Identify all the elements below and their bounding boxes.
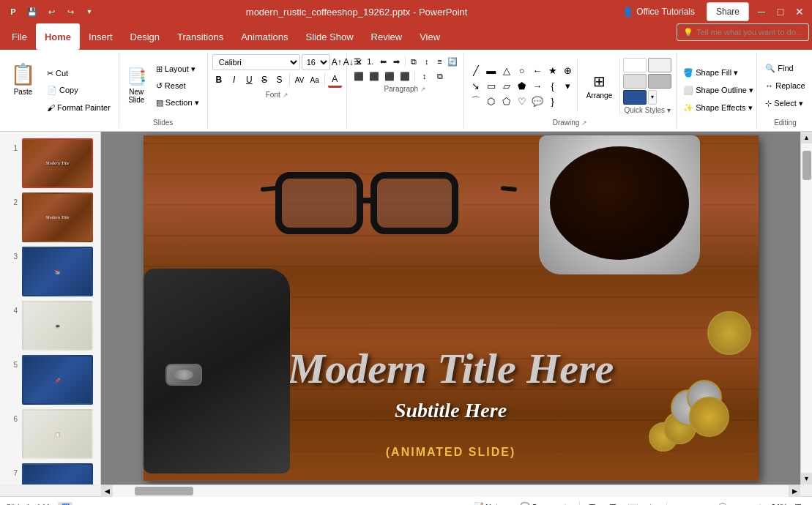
numbering-button[interactable]: 1. [364,54,376,69]
change-case-button[interactable]: Aa [308,72,321,88]
shape-fill-button[interactable]: 🪣 Shape Fill ▾ [679,65,753,81]
zoom-thumb[interactable] [718,503,727,506]
line-shape[interactable]: ╱ [469,63,483,78]
format-painter-button[interactable]: 🖌 Format Painter [43,100,114,116]
justify-button[interactable]: ⬛ [398,69,412,83]
replace-button[interactable]: ↔ Replace [761,78,808,94]
layout-button[interactable]: ⊞ Layout ▾ [152,61,203,77]
text-shadow-button[interactable]: S [272,72,286,88]
heart-shape[interactable]: ♡ [515,94,529,108]
slide-thumb-3[interactable]: 3 📚 [7,247,93,296]
callout-shape[interactable]: 💬 [530,94,545,108]
star-shape[interactable]: ★ [545,63,560,78]
slide-thumb-6[interactable]: 6 📋 [7,409,93,459]
h-scroll-thumb[interactable] [135,487,193,495]
cut-button[interactable]: ✂ Cut [43,66,114,82]
shape-outline-button[interactable]: ⬜ Shape Outline ▾ [679,83,753,99]
shapes-dropdown[interactable]: ▾ [561,78,576,93]
minimize-button[interactable]: ─ [755,5,768,18]
bracket-right[interactable]: } [545,94,560,108]
slide-show-button[interactable]: ▶ [646,499,662,506]
menu-file[interactable]: File [3,23,36,50]
slide-thumb-4[interactable]: 4 💻 [7,301,93,351]
find-button[interactable]: 🔍 Find [761,60,808,76]
section-button[interactable]: ▤ Section ▾ [152,94,203,111]
style-swatch-1[interactable] [623,58,647,72]
slide-image-7[interactable]: 📝 [22,463,93,485]
slide-sorter-button[interactable]: ⊟ [605,499,621,506]
slide-image-3[interactable]: 📚 [22,247,93,296]
scroll-down-button[interactable]: ▼ [801,473,813,485]
slide-thumb-5[interactable]: 5 📌 [7,355,93,405]
style-swatch-2[interactable] [648,58,671,72]
accessibility-button[interactable]: ♿ [58,502,72,506]
rounded-rect-shape[interactable]: ▭ [484,78,499,93]
snip-rect-shape[interactable]: ⬡ [484,94,499,108]
font-name-select[interactable]: Calibri [212,54,300,70]
align-text-button[interactable]: ≡ [433,54,446,69]
scroll-right-button[interactable]: ▶ [789,485,800,497]
notes-button[interactable]: 📝 Notes [469,499,511,506]
customize-qat-button[interactable]: ▼ [82,4,97,19]
add-column-button[interactable]: ⧉ [433,69,447,83]
comments-button[interactable]: 💬 Comments [515,499,575,506]
menu-slide-show[interactable]: Slide Show [297,23,362,50]
slide-thumb-1[interactable]: 1 Modern Title ★ [7,138,93,188]
menu-home[interactable]: Home [36,23,80,50]
increase-indent-button[interactable]: ➡ [390,54,403,69]
slide-image-1[interactable]: Modern Title ★ [22,138,93,188]
undo-button[interactable]: ↩ [44,4,59,19]
slide-image-5[interactable]: 📌 [22,355,93,405]
slide-image-6[interactable]: 📋 [22,409,93,459]
menu-animations[interactable]: Animations [232,23,297,50]
style-swatch-4[interactable] [648,74,671,89]
connector-shape[interactable]: ⌒ [469,94,483,108]
pentagon-shape[interactable]: ⬠ [499,94,514,108]
close-button[interactable]: ✕ [793,5,806,18]
font-size-select[interactable]: 16 [302,54,330,70]
menu-transitions[interactable]: Transitions [168,23,232,50]
shape-effects-button[interactable]: ✨ Shape Effects ▾ [679,100,753,116]
italic-button[interactable]: I [227,72,241,88]
zoom-in-button[interactable]: + [752,499,768,506]
share-button[interactable]: Share [707,2,749,21]
reading-view-button[interactable]: 📖 [625,499,641,506]
scroll-left-button[interactable]: ◀ [101,485,113,497]
underline-button[interactable]: U [242,72,256,88]
right-arrow-shape[interactable]: → [530,78,545,93]
align-left-button[interactable]: ⬛ [351,69,366,83]
char-spacing-button[interactable]: AV [293,72,307,88]
font-dialog-launcher[interactable]: ↗ [283,91,288,99]
zoom-out-button[interactable]: − [671,499,688,506]
columns-button[interactable]: ⧉ [408,54,420,69]
tell-me-box[interactable]: 💡 Tell me what you want to do... [677,23,809,41]
redo-button[interactable]: ↪ [63,4,78,19]
font-grow-button[interactable]: A↑ [332,54,342,70]
triangle-shape[interactable]: △ [499,63,514,78]
save-button[interactable]: 💾 [25,4,40,19]
paragraph-dialog-launcher[interactable]: ↗ [420,86,426,93]
decrease-indent-button[interactable]: ⬅ [377,54,390,69]
more-shapes[interactable]: ⊕ [561,63,576,78]
slide-image-2[interactable]: Modern Title [22,192,93,242]
pentagon2-shape[interactable]: ⬟ [515,78,529,93]
fit-slide-button[interactable]: ⊡ [790,499,806,506]
restore-button[interactable]: □ [774,5,787,18]
arrange-button[interactable]: ⊞ Arrange [581,59,619,112]
circle-shape[interactable]: ○ [515,63,529,78]
slide-canvas[interactable]: Modern Title Here Subtitle Here (ANIMATE… [144,135,759,481]
reset-button[interactable]: ↺ Reset [152,78,203,94]
strikethrough-button[interactable]: S [258,72,272,88]
arrow-shape[interactable]: ↘ [469,78,483,93]
style-swatch-3[interactable] [623,74,647,89]
copy-button[interactable]: 📄 Copy [43,83,114,99]
h-scroll-track[interactable] [113,485,789,497]
convert-smartart-button[interactable]: 🔄 [447,54,459,69]
menu-view[interactable]: View [411,23,449,50]
select-button[interactable]: ⊹ Select ▾ [761,95,808,111]
font-color-button[interactable]: A [328,72,342,88]
paste-button[interactable]: 📋 Paste [4,53,42,105]
office-tutorials-button[interactable]: 👤 Office Tutorials [617,4,701,19]
scroll-track[interactable] [801,143,813,473]
text-direction-button[interactable]: ↕ [420,54,433,69]
